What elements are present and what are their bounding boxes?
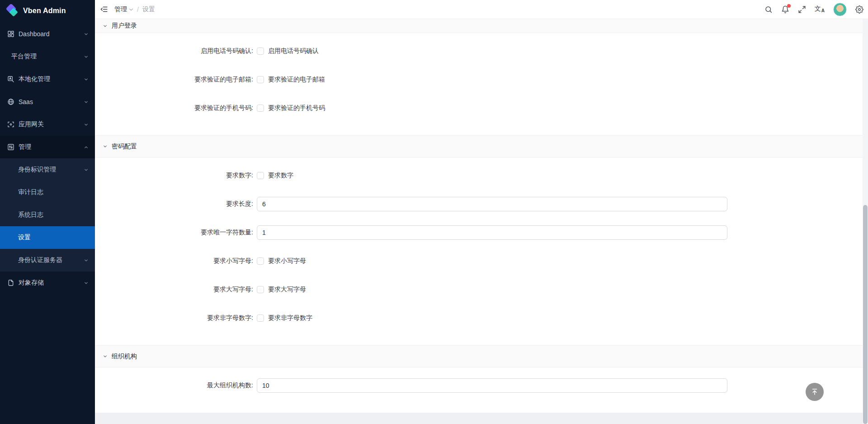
section-header-organization[interactable]: 组织机构: [95, 345, 863, 367]
section-header-user-login[interactable]: 用户登录: [95, 19, 863, 33]
sidebar-item-label: 应用网关: [19, 120, 44, 129]
checkbox[interactable]: [257, 286, 264, 293]
form-row: 要求长度:: [95, 197, 863, 211]
breadcrumb-item-management[interactable]: 管理: [114, 5, 133, 14]
sidebar-menu: Dashboard平台管理本地化管理Saas应用网关管理身份标识管理审计日志系统…: [0, 22, 95, 294]
breadcrumb-separator: /: [137, 6, 139, 13]
chevron-down-icon: [103, 144, 108, 149]
section-title: 用户登录: [112, 22, 137, 30]
field-label: 要求唯一字符数量:: [95, 229, 257, 237]
sidebar-item-auth-server[interactable]: 身份认证服务器: [0, 249, 95, 272]
bell-icon[interactable]: [781, 5, 789, 14]
form-row: 要求唯一字符数量:: [95, 225, 863, 240]
breadcrumb-item-settings: 设置: [142, 5, 155, 14]
sidebar-item-system-logs[interactable]: 系统日志: [0, 204, 95, 226]
globe-icon: [7, 98, 14, 105]
text-input[interactable]: [257, 225, 727, 240]
scrollbar-thumb[interactable]: [863, 205, 868, 424]
sidebar-item-dashboard[interactable]: Dashboard: [0, 23, 95, 45]
checkbox-label[interactable]: 启用电话号码确认: [268, 47, 319, 55]
section-body-user-login: 启用电话号码确认:启用电话号码确认要求验证的电子邮箱:要求验证的电子邮箱要求验证…: [95, 33, 863, 135]
checkbox-label[interactable]: 要求大写字母: [268, 286, 306, 294]
checkbox-label[interactable]: 要求非字母数字: [268, 314, 312, 322]
header-actions: 文A: [764, 3, 868, 16]
checkbox[interactable]: [257, 172, 264, 179]
field-label: 要求非字母数字:: [95, 314, 257, 322]
sidebar-fold-icon[interactable]: [100, 5, 108, 13]
checkbox-label[interactable]: 要求验证的电子邮箱: [268, 76, 325, 84]
chevron-down-icon: [84, 281, 89, 286]
section-header-password-config[interactable]: 密码配置: [95, 135, 863, 157]
checkbox-label[interactable]: 要求验证的手机号码: [268, 104, 325, 112]
sidebar-item-settings[interactable]: 设置: [0, 226, 95, 249]
sidebar: Vben Admin Dashboard平台管理本地化管理Saas应用网关管理身…: [0, 0, 95, 424]
sidebar-item-label: 本地化管理: [19, 75, 50, 83]
sidebar-item-label: 管理: [19, 143, 31, 151]
back-to-top-icon: [811, 388, 819, 396]
chevron-up-icon: [84, 145, 89, 150]
sidebar-item-app-gateway[interactable]: 应用网关: [0, 113, 95, 136]
field-label: 要求数字:: [95, 172, 257, 180]
sidebar-item-label: 身份标识管理: [18, 166, 56, 174]
chevron-down-icon: [103, 24, 108, 29]
checkbox-label[interactable]: 要求数字: [268, 172, 293, 180]
checkbox[interactable]: [257, 257, 264, 265]
scrollbar: [863, 19, 868, 424]
gear-icon[interactable]: [855, 5, 863, 14]
text-input[interactable]: [257, 197, 727, 211]
main-content: 用户登录启用电话号码确认:启用电话号码确认要求验证的电子邮箱:要求验证的电子邮箱…: [95, 19, 863, 424]
section-title: 密码配置: [112, 143, 137, 151]
settings-form: 用户登录启用电话号码确认:启用电话号码确认要求验证的电子邮箱:要求验证的电子邮箱…: [95, 19, 863, 413]
checkbox[interactable]: [257, 76, 264, 83]
sidebar-item-localization[interactable]: 本地化管理: [0, 68, 95, 91]
chevron-down-icon: [84, 100, 89, 105]
form-row: 要求数字:要求数字: [95, 168, 863, 183]
text-input[interactable]: [257, 378, 727, 393]
back-to-top-button[interactable]: [806, 383, 824, 401]
logo[interactable]: Vben Admin: [0, 0, 95, 22]
chevron-down-icon: [103, 354, 108, 359]
field-label: 要求验证的电子邮箱:: [95, 76, 257, 84]
translate-glyph-sub: A: [821, 8, 825, 13]
chevron-down-icon: [84, 77, 89, 82]
chevron-down-icon: [84, 167, 89, 172]
dashboard-icon: [7, 30, 14, 38]
sidebar-item-platform-mgmt[interactable]: 平台管理: [0, 45, 95, 68]
sidebar-item-label: Dashboard: [19, 30, 50, 38]
checkbox[interactable]: [257, 48, 264, 55]
breadcrumb: 管理 / 设置: [114, 5, 155, 14]
sidebar-item-label: 系统日志: [18, 211, 43, 219]
field-label: 要求验证的手机号码:: [95, 104, 257, 112]
sidebar-item-object-storage[interactable]: 对象存储: [0, 272, 95, 294]
checkbox[interactable]: [257, 314, 264, 322]
chevron-down-icon: [84, 258, 89, 263]
management-icon: [7, 143, 14, 151]
section-title: 组织机构: [112, 353, 137, 361]
sidebar-item-label: Saas: [19, 98, 33, 105]
checkbox[interactable]: [257, 105, 264, 112]
field-label: 要求大写字母:: [95, 286, 257, 294]
fullscreen-icon[interactable]: [798, 5, 806, 14]
form-row: 要求验证的手机号码:要求验证的手机号码: [95, 101, 863, 115]
sidebar-item-audit-logs[interactable]: 审计日志: [0, 181, 95, 204]
sidebar-item-saas[interactable]: Saas: [0, 91, 95, 113]
translate-icon[interactable]: 文A: [815, 5, 825, 13]
sidebar-item-identity-mgmt[interactable]: 身份标识管理: [0, 158, 95, 181]
storage-icon: [7, 279, 14, 286]
search-icon[interactable]: [764, 5, 773, 14]
field-label: 要求长度:: [95, 200, 257, 208]
checkbox-label[interactable]: 要求小写字母: [268, 257, 306, 265]
translate-glyph: 文: [815, 5, 821, 12]
chevron-down-icon: [84, 122, 89, 127]
app-title: Vben Admin: [23, 7, 66, 15]
gateway-icon: [7, 121, 14, 128]
sidebar-item-management[interactable]: 管理: [0, 136, 95, 158]
section-body-organization: 最大组织机构数:: [95, 367, 863, 413]
field-label: 最大组织机构数:: [95, 381, 257, 390]
form-row: 最大组织机构数:: [95, 378, 863, 393]
field-label: 启用电话号码确认:: [95, 47, 257, 55]
vben-logo-icon: [6, 5, 19, 17]
user-avatar[interactable]: [833, 3, 847, 16]
form-row: 要求验证的电子邮箱:要求验证的电子邮箱: [95, 72, 863, 87]
localization-icon: [7, 76, 14, 83]
